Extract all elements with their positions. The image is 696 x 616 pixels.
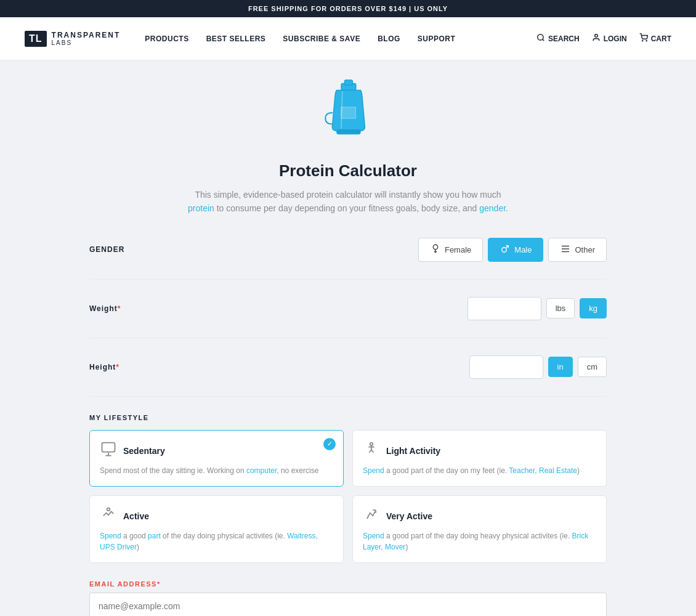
email-input[interactable]: [89, 593, 607, 616]
logo-labs: LABS: [52, 39, 121, 46]
svg-point-11: [370, 442, 373, 445]
weight-kg-button[interactable]: kg: [580, 298, 607, 318]
logo[interactable]: TL TRANSPARENT LABS: [25, 31, 120, 47]
svg-point-0: [538, 34, 543, 40]
light-activity-desc: Spend a good part of the day on my feet …: [363, 465, 596, 476]
height-cm-button[interactable]: cm: [578, 357, 607, 377]
main-content: Protein Calculator This simple, evidence…: [77, 60, 619, 616]
main-nav: PRODUCTS BEST SELLERS SUBSCRIBE & SAVE B…: [145, 34, 455, 43]
svg-rect-10: [102, 442, 115, 452]
shaker-svg: [317, 79, 379, 147]
search-action[interactable]: SEARCH: [536, 33, 580, 44]
active-desc: Spend a good part of the day doing physi…: [100, 530, 333, 553]
svg-line-1: [543, 39, 544, 41]
top-banner: FREE SHIPPING FOR ORDERS OVER $149 | US …: [0, 0, 696, 17]
logo-wordmark: TRANSPARENT LABS: [52, 31, 121, 46]
gender-link[interactable]: gender.: [479, 203, 508, 213]
svg-point-2: [594, 34, 597, 38]
lifestyle-light-activity[interactable]: Light Activity Spend a good part of the …: [352, 430, 607, 487]
height-controls: in cm: [469, 355, 607, 379]
height-input[interactable]: [469, 355, 543, 379]
lifestyle-section-label: MY LIFESTYLE: [89, 414, 607, 421]
page-title: Protein Calculator: [89, 161, 607, 180]
search-label: SEARCH: [548, 34, 580, 43]
page-subtitle: This simple, evidence-based protein calc…: [188, 188, 508, 216]
weight-input[interactable]: [467, 297, 541, 320]
weight-lbs-button[interactable]: lbs: [546, 298, 575, 318]
divider-1: [89, 279, 607, 280]
active-icon: [100, 506, 117, 527]
header-right: SEARCH LOGIN CART: [536, 33, 671, 44]
login-action[interactable]: LOGIN: [592, 33, 627, 44]
divider-3: [89, 396, 607, 397]
lifestyle-sedentary[interactable]: Sedentary Spend most of the day sitting …: [89, 430, 344, 487]
gender-female-button[interactable]: Female: [418, 238, 483, 262]
logo-brand: TRANSPARENT: [52, 31, 121, 39]
gender-controls: Female Male Other: [418, 238, 607, 262]
cart-icon: [639, 33, 648, 44]
banner-text: FREE SHIPPING FOR ORDERS OVER $149 | US …: [248, 5, 448, 12]
lifestyle-very-active[interactable]: Very Active Spend a good part of the day…: [352, 495, 607, 563]
email-section: EMAIL ADDRESS*: [89, 580, 607, 616]
user-icon: [592, 33, 601, 44]
lifestyle-grid: Sedentary Spend most of the day sitting …: [89, 430, 607, 563]
email-label: EMAIL ADDRESS*: [89, 580, 607, 588]
other-icon: [560, 243, 571, 256]
female-icon: [430, 243, 441, 256]
weight-row: Weight* lbs kg: [89, 297, 607, 320]
gender-row: GENDER Female Male Other: [89, 238, 607, 262]
svg-point-4: [646, 41, 647, 41]
sedentary-icon: [100, 440, 117, 461]
login-label: LOGIN: [604, 34, 627, 43]
cart-label: CART: [651, 34, 671, 43]
shaker-illustration: [89, 79, 607, 149]
male-icon: [500, 243, 511, 256]
weight-controls: lbs kg: [467, 297, 607, 320]
nav-products[interactable]: PRODUCTS: [145, 34, 188, 43]
height-row: Height* in cm: [89, 355, 607, 379]
lifestyle-active[interactable]: Active Spend a good part of the day doin…: [89, 495, 344, 563]
light-activity-icon: [363, 440, 380, 461]
svg-point-8: [433, 245, 438, 249]
height-in-button[interactable]: in: [548, 357, 573, 377]
nav-subscribe-save[interactable]: SUBSCRIBE & SAVE: [283, 34, 360, 43]
very-active-icon: [363, 506, 380, 527]
gender-label: GENDER: [89, 245, 163, 254]
height-label: Height*: [89, 363, 163, 371]
search-icon: [536, 33, 545, 44]
logo-initials: TL: [25, 31, 47, 47]
svg-point-12: [107, 508, 110, 511]
svg-point-3: [642, 41, 642, 41]
gender-other-button[interactable]: Other: [548, 238, 607, 262]
header-left: TL TRANSPARENT LABS PRODUCTS BEST SELLER…: [25, 31, 455, 47]
sedentary-check: ✓: [323, 438, 336, 450]
svg-rect-7: [337, 130, 361, 134]
nav-blog[interactable]: BLOG: [378, 34, 400, 43]
weight-label: Weight*: [89, 304, 163, 313]
protein-link[interactable]: protein: [188, 203, 214, 213]
header: TL TRANSPARENT LABS PRODUCTS BEST SELLER…: [0, 17, 696, 60]
very-active-desc: Spend a good part of the day doing heavy…: [363, 530, 596, 553]
sedentary-desc: Spend most of the day sitting ie. Workin…: [100, 465, 333, 476]
divider-2: [89, 338, 607, 338]
gender-male-button[interactable]: Male: [488, 238, 543, 262]
svg-rect-6: [345, 80, 353, 85]
cart-action[interactable]: CART: [639, 33, 671, 44]
nav-support[interactable]: SUPPORT: [418, 34, 456, 43]
nav-best-sellers[interactable]: BEST SELLERS: [206, 34, 266, 43]
